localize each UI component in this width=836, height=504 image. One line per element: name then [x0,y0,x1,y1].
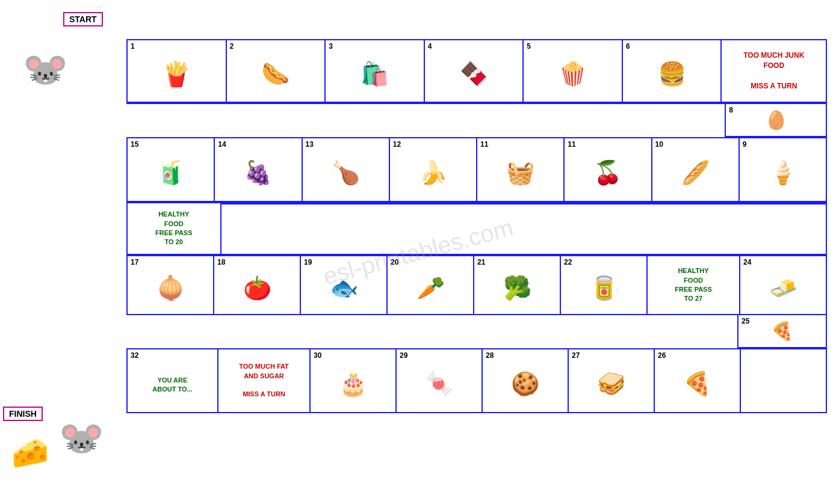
cell-8-num: 8 [729,106,733,114]
cell-10: 10 🥖 [652,138,740,202]
cell-27: 27 🥪 [569,349,655,413]
cell-27-num: 27 [572,351,580,360]
cell-18-icon: 🍅 [243,275,271,301]
healthy-pass-1-text: HEALTHYFOODFREE PASSTO 20 [155,210,193,247]
mouse-character-finish: 🐭 [54,408,108,468]
cell-20-num: 20 [391,258,398,266]
cell-11b-icon: 🍒 [593,159,622,186]
cell-25-bottom [741,349,827,413]
cell-18: 18 🍅 [214,256,301,315]
cell-11b-num: 11 [568,140,575,149]
cell-fat-special: TOO MUCH FATAND SUGARMISS A TURN [218,349,311,413]
cell-9: 9 🍦 [740,138,827,202]
cell-11-num: 11 [480,140,488,149]
cell-14: 14 🍇 [215,138,302,202]
cell-29-icon: 🍬 [425,370,453,397]
cell-28-num: 28 [486,351,494,360]
cell-22: 22 🥫 [561,256,648,315]
cell-24-icon: 🧈 [769,275,797,301]
cell-18-num: 18 [217,258,225,266]
cell-29: 29 🍬 [397,349,483,413]
cell-15-num: 15 [131,140,138,149]
game-board-grid: 1 🍟 2 🌭 3 🛍️ 4 🍫 5 🍿 6 🍔 [126,39,827,495]
cell-19-icon: 🐟 [330,275,358,301]
cell-13-num: 13 [306,140,314,149]
cell-12-num: 12 [393,140,401,149]
cell-6: 6 🍔 [623,39,722,103]
cell-32-text: YOU AREABOUT TO... [152,376,192,395]
cell-21-num: 21 [477,258,485,266]
cell-junk-food-special: TOO MUCH JUNKFOODMISS A TURN [722,39,827,103]
cell-21: 21 🥦 [474,256,561,315]
cell-26: 26 🍕 [655,349,741,413]
cell-15-icon: 🧃 [156,159,185,186]
cell-8-icon: 🥚 [765,109,787,131]
cell-10-icon: 🥖 [681,159,710,186]
cell-3-icon: 🛍️ [361,61,389,87]
cell-11-icon: 🧺 [506,159,534,186]
cell-17-num: 17 [131,258,138,266]
cell-19-num: 19 [304,258,312,266]
cell-6-icon: 🍔 [658,61,686,87]
cheese-icon: 🧀 [6,429,54,477]
cell-12-icon: 🍌 [419,159,447,186]
cell-9-num: 9 [743,140,747,149]
start-label: START [63,12,103,26]
cell-14-num: 14 [218,140,226,149]
cell-4-num: 4 [428,42,432,51]
cell-1-num: 1 [131,42,135,51]
cell-2-icon: 🌭 [261,61,290,87]
cell-21-icon: 🥦 [503,275,531,301]
cell-25-num: 25 [742,317,749,325]
game-board: START 🐭 FINISH 🐭 🧀 esl-printables.com 1 … [0,0,836,504]
cell-5-num: 5 [527,42,531,51]
cell-19: 19 🐟 [301,256,388,315]
cell-32-num: 32 [131,351,138,360]
cell-25: 25 🍕 [737,315,827,348]
cell-15: 15 🧃 [126,138,215,202]
cell-12: 12 🍌 [390,138,477,202]
cell-30-icon: 🎂 [339,370,367,397]
cell-healthy-pass-1: HEALTHYFOODFREE PASSTO 20 [126,203,221,255]
cell-28-icon: 🍪 [511,370,539,397]
cell-13-icon: 🍗 [332,159,360,186]
cell-3: 3 🛍️ [326,39,425,103]
junk-food-text: TOO MUCH JUNKFOODMISS A TURN [743,51,804,91]
cell-4-icon: 🍫 [460,61,488,87]
cell-4: 4 🍫 [425,39,524,103]
cell-1: 1 🍟 [126,39,227,103]
cell-1-icon: 🍟 [161,60,191,88]
cell-2-num: 2 [230,42,234,51]
cell-13: 13 🍗 [303,138,390,202]
fat-special-text: TOO MUCH FATAND SUGARMISS A TURN [239,362,289,399]
cell-22-icon: 🥫 [590,275,618,301]
cell-29-num: 29 [400,351,407,360]
cell-24-num: 24 [743,258,751,266]
cell-25-icon: 🍕 [771,321,793,342]
cell-30: 30 🎂 [311,349,397,413]
cell-11: 11 🧺 [477,138,565,202]
cell-26-num: 26 [658,351,666,360]
mouse-character-start: 🐭 [18,33,72,105]
cell-27-icon: 🥪 [597,370,625,397]
cell-9-icon: 🍦 [769,159,797,186]
cell-3-num: 3 [329,42,333,51]
cell-5-icon: 🍿 [559,61,587,87]
cell-5: 5 🍿 [524,39,623,103]
cell-28: 28 🍪 [483,349,569,413]
healthy-pass-2-text: HEALTHYFOODFREE PASSTO 27 [675,266,712,304]
cell-20-icon: 🥕 [416,275,445,301]
cell-17: 17 🧅 [126,256,214,315]
cell-8: 8 🥚 [725,104,827,137]
cell-26-icon: 🍕 [683,370,711,397]
cell-22-num: 22 [564,258,572,266]
cell-2: 2 🌭 [227,39,326,103]
cell-11b: 11 🍒 [565,138,652,202]
cell-healthy-pass-2: HEALTHYFOODFREE PASSTO 27 [648,256,740,315]
cell-24: 24 🧈 [740,256,827,315]
cell-32: 32 YOU AREABOUT TO... [126,349,218,413]
cell-20: 20 🥕 [388,256,474,315]
cell-6-num: 6 [626,42,630,51]
finish-label: FINISH [3,407,43,421]
cell-17-icon: 🧅 [156,275,185,301]
